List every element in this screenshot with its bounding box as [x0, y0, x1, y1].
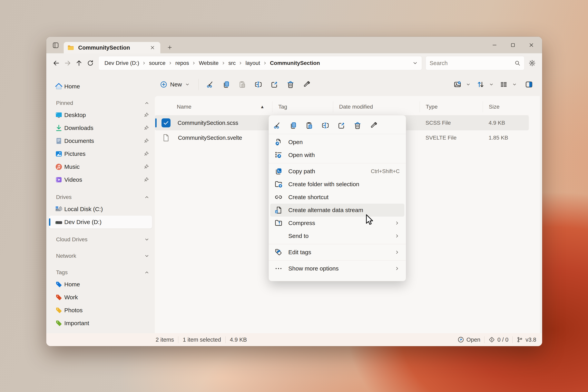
menu-item-edit-tags[interactable]: Edit tags: [270, 246, 404, 259]
menu-item-create-alternate-data-stream[interactable]: Create alternate data stream: [270, 204, 404, 216]
paste-button[interactable]: [235, 78, 249, 91]
cut-button[interactable]: [272, 119, 283, 132]
sidebar-item-desktop[interactable]: Desktop: [49, 108, 152, 122]
breadcrumb-item-current[interactable]: CommunitySection: [268, 59, 322, 67]
forward-button[interactable]: [62, 58, 73, 69]
section-header-pinned[interactable]: Pinned: [49, 98, 152, 108]
breadcrumb-item[interactable]: layout: [244, 59, 262, 67]
properties-button[interactable]: [300, 78, 314, 91]
sidebar-item-pictures[interactable]: Pictures: [49, 148, 152, 160]
sidebar-item-home[interactable]: Home: [49, 80, 152, 93]
preview-pane-button[interactable]: [522, 78, 536, 91]
breadcrumb-item[interactable]: src: [226, 59, 238, 67]
sidebar-tag-important[interactable]: Important: [49, 317, 152, 330]
menu-item-create-folder-with-selection[interactable]: Create folder with selection: [270, 178, 404, 191]
delete-button[interactable]: [284, 78, 298, 91]
file-size: 4.9 KB: [483, 120, 529, 126]
menu-item-copy-path[interactable]: Copy path Ctrl+Shift+C: [270, 165, 404, 178]
delete-button[interactable]: [352, 119, 363, 132]
column-header-size[interactable]: Size: [483, 101, 529, 112]
up-button[interactable]: [73, 58, 85, 69]
column-header-name[interactable]: Name ▲: [155, 101, 272, 112]
paste-button[interactable]: [304, 119, 315, 132]
sidebar-item-local-disk-c[interactable]: Local Disk (C:): [49, 203, 152, 216]
breadcrumb-item[interactable]: Website: [197, 59, 220, 67]
pin-icon[interactable]: [144, 164, 149, 170]
menu-item-open-with[interactable]: Open with: [270, 148, 404, 162]
sidebar-item-label: Local Disk (C:): [64, 206, 149, 212]
chevron-up-icon[interactable]: [144, 195, 149, 200]
sidebar-item-music[interactable]: Music: [49, 160, 152, 173]
properties-button[interactable]: [368, 119, 379, 132]
sidebar-item-dev-drive-d[interactable]: Dev Drive (D:): [49, 216, 152, 228]
rename-button[interactable]: [251, 78, 266, 91]
pin-icon[interactable]: [144, 177, 149, 182]
version-badge[interactable]: v3.8: [516, 336, 536, 343]
menu-item-open[interactable]: Open: [270, 136, 404, 148]
search-box[interactable]: [426, 56, 524, 70]
tag-icon: [54, 293, 63, 302]
chevron-up-icon[interactable]: [144, 270, 149, 275]
sort-button[interactable]: [474, 78, 488, 91]
pin-icon[interactable]: [144, 138, 149, 144]
sidebar-toggle-button[interactable]: [51, 41, 60, 50]
sidebar-item-videos[interactable]: Videos: [49, 173, 152, 186]
chevron-up-icon[interactable]: [144, 100, 149, 106]
breadcrumb-item[interactable]: source: [147, 59, 168, 67]
tab-close-button[interactable]: [148, 43, 157, 52]
git-status[interactable]: 0 / 0: [488, 336, 508, 343]
pin-icon[interactable]: [144, 151, 149, 156]
search-input[interactable]: [430, 60, 514, 66]
sidebar-item-documents[interactable]: Documents: [49, 134, 152, 148]
share-button[interactable]: [336, 119, 347, 132]
copy-button[interactable]: [288, 119, 299, 132]
tab-communitysection[interactable]: CommunitySection: [64, 42, 160, 53]
column-header-date-modified[interactable]: Date modified: [333, 101, 420, 112]
menu-item-compress[interactable]: Compress: [270, 216, 404, 230]
row-checkbox-checked[interactable]: [162, 118, 170, 128]
sidebar-tag-work[interactable]: Work: [49, 291, 152, 304]
sidebar-item-downloads[interactable]: Downloads: [49, 122, 152, 134]
section-header-cloud-drives[interactable]: Cloud Drives: [49, 234, 152, 245]
menu-item-send-to[interactable]: Send to: [270, 230, 404, 242]
sidebar-tag-photos[interactable]: Photos: [49, 304, 152, 317]
address-dropdown-button[interactable]: [412, 60, 418, 66]
new-button[interactable]: New: [157, 79, 195, 90]
open-file-button[interactable]: Open: [458, 336, 480, 343]
sidebar-tag-home[interactable]: Home: [49, 278, 152, 291]
media-options-button[interactable]: [450, 78, 464, 91]
layout-button[interactable]: [497, 78, 511, 91]
chevron-down-icon[interactable]: [144, 237, 149, 242]
section-header-tags[interactable]: Tags: [49, 267, 152, 278]
menu-item-create-shortcut[interactable]: Create shortcut: [270, 191, 404, 204]
cut-button[interactable]: [203, 78, 217, 91]
section-header-network[interactable]: Network: [49, 250, 152, 262]
pin-icon[interactable]: [144, 125, 149, 131]
pin-icon[interactable]: [144, 112, 149, 118]
chevron-down-icon[interactable]: [489, 82, 494, 87]
breadcrumb-item[interactable]: repos: [173, 59, 191, 67]
breadcrumb-item[interactable]: Dev Drive (D:): [102, 59, 141, 67]
minimize-button[interactable]: [485, 37, 504, 53]
create-folder-icon: [274, 180, 283, 188]
section-header-drives[interactable]: Drives: [49, 192, 152, 203]
menu-item-show-more-options[interactable]: Show more options: [270, 262, 404, 275]
back-button[interactable]: [50, 58, 62, 69]
refresh-button[interactable]: [85, 58, 96, 69]
maximize-button[interactable]: [504, 37, 522, 53]
chevron-down-icon[interactable]: [512, 82, 517, 87]
close-button[interactable]: [522, 37, 540, 53]
pictures-icon: [54, 150, 63, 158]
column-header-tag[interactable]: Tag: [272, 101, 333, 112]
chevron-down-icon[interactable]: [144, 254, 149, 258]
chevron-down-icon[interactable]: [466, 82, 470, 87]
address-bar[interactable]: Dev Drive (D:) source repos Website src …: [98, 56, 422, 70]
new-tab-button[interactable]: [165, 43, 174, 52]
more-dots-icon: [274, 264, 283, 273]
rename-button[interactable]: [320, 119, 331, 132]
share-button[interactable]: [267, 78, 282, 91]
settings-button[interactable]: [526, 58, 538, 69]
copy-button[interactable]: [219, 78, 233, 91]
column-header-type[interactable]: Type: [420, 101, 483, 112]
title-bar[interactable]: CommunitySection: [46, 37, 542, 53]
